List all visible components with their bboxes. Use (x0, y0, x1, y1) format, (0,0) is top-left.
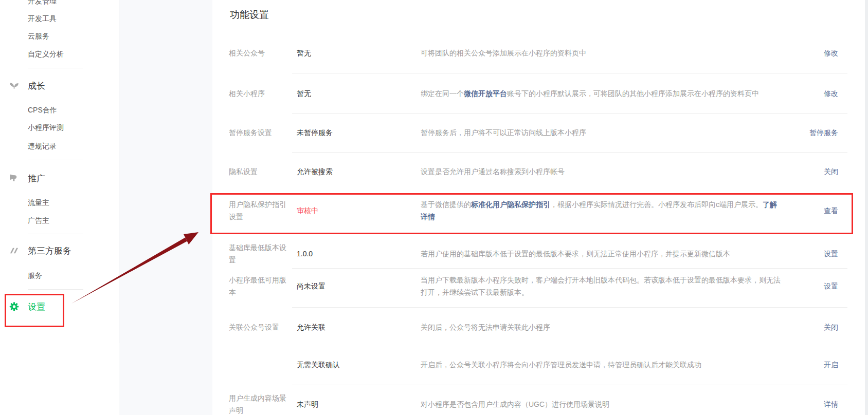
sidebar-item-traffic-owner[interactable]: 流量主 (28, 198, 49, 208)
row-action-link[interactable]: 修改 (824, 87, 838, 100)
row-description: 暂停服务后，用户将不可以正常访问线上版本小程序 (421, 126, 782, 139)
megaphone-icon (9, 173, 20, 184)
description-text: 对小程序是否包含用户生成内容（UGC）进行使用场景说明 (421, 400, 609, 408)
description-text: 绑定在同一个 (421, 89, 464, 98)
description-text: 暂停服务后，用户将不可以正常访问线上版本小程序 (421, 128, 586, 137)
description-text: 若用户使用的基础库版本低于设置的最低版本要求，则无法正常使用小程序，并提示更新微… (421, 250, 730, 258)
row-label: 基础库最低版本设置 (229, 241, 292, 266)
row-action-link[interactable]: 暂停服务 (809, 126, 838, 139)
page-title: 功能设置 (230, 8, 269, 22)
row-label: 相关公众号 (229, 47, 292, 59)
row-description: 设置是否允许用户通过名称搜索到小程序帐号 (421, 165, 782, 178)
row-divider (292, 152, 847, 153)
row-value: 未声明 (297, 398, 416, 410)
content-gap (119, 0, 212, 415)
description-text: 可将团队的相关公众号添加展示在小程序的资料页中 (421, 49, 586, 57)
sidebar-item-custom-analysis[interactable]: 自定义分析 (28, 50, 64, 59)
row-divider (292, 307, 847, 308)
sidebar-item-miniprogram-evaluation[interactable]: 小程序评测 (28, 123, 64, 133)
sidebar-item-violation-records[interactable]: 违规记录 (28, 142, 57, 151)
row-value: 尚未设置 (297, 280, 416, 292)
sidebar-item-cps[interactable]: CPS合作 (28, 106, 57, 115)
row-value: 审核中 (297, 204, 416, 217)
inline-link[interactable]: 标准化用户隐私保护指引 (471, 200, 550, 209)
row-label: 相关小程序 (229, 87, 292, 100)
description-text: 基于微信提供的 (421, 200, 471, 209)
row-divider (292, 268, 847, 269)
sidebar-divider (28, 68, 83, 68)
row-label: 用户隐私保护指引设置 (229, 198, 292, 223)
sidebar-section-label: 第三方服务 (28, 245, 71, 257)
sidebar-divider (28, 234, 83, 234)
scrollbar-track[interactable] (865, 0, 868, 415)
wechat-miniprogram-console: { "colors": { "accent_green": "#07c160",… (0, 0, 868, 415)
row-label: 用户生成内容场景声明 (229, 392, 292, 415)
third-party-icon (9, 246, 20, 256)
row-label: 小程序最低可用版本 (229, 274, 292, 298)
row-description: 可将团队的相关公众号添加展示在小程序的资料页中 (421, 47, 782, 59)
row-description: 若用户使用的基础库版本低于设置的最低版本要求，则无法正常使用小程序，并提示更新微… (421, 248, 782, 260)
inline-link[interactable]: 微信开放平台 (464, 89, 507, 98)
main-content: 功能设置 相关公众号 暂无 可将团队的相关公众号添加展示在小程序的资料页中 修改… (212, 0, 865, 415)
row-action-link[interactable]: 查看 (824, 204, 838, 217)
row-value: 允许被搜索 (297, 165, 416, 178)
row-description: 绑定在同一个微信开放平台账号下的小程序默认展示，可将团队的其他小程序添加展示在小… (421, 87, 782, 100)
description-text: 账号下的小程序默认展示，可将团队的其他小程序添加展示在小程序的资料页中 (507, 89, 759, 98)
sidebar-item-dev-management[interactable]: 开发管理 (28, 0, 57, 6)
row-description: 开启后，公众号关联小程序将会向小程序管理员发送申请，待管理员确认后才能关联成功 (421, 359, 782, 371)
row-value: 1.0.0 (297, 248, 416, 260)
sidebar-item-cloud-services[interactable]: 云服务 (28, 32, 49, 41)
sidebar-section-label: 成长 (28, 80, 45, 92)
sidebar-item-dev-tools[interactable]: 开发工具 (28, 14, 57, 24)
gear-icon (9, 301, 20, 312)
sidebar-section-growth[interactable]: 成长 (9, 80, 45, 92)
row-divider (292, 385, 847, 385)
sidebar-section-label: 推广 (28, 173, 45, 184)
row-action-link[interactable]: 设置 (824, 248, 838, 260)
row-value: 允许关联 (297, 321, 416, 333)
sidebar-section-promotion[interactable]: 推广 (9, 173, 45, 184)
row-action-link[interactable]: 开启 (824, 359, 838, 371)
row-label: 隐私设置 (229, 165, 292, 178)
description-text: ，根据小程序实际情况进行完善。小程序发布后即向c端用户展示。 (550, 200, 763, 209)
row-value: 无需关联确认 (297, 359, 416, 371)
description-text: 当用户下载最新版本小程序失败时，客户端会打开本地旧版本代码包。若该版本低于设置的… (421, 276, 781, 296)
row-action-link[interactable]: 设置 (824, 280, 838, 292)
row-description: 当用户下载最新版本小程序失败时，客户端会打开本地旧版本代码包。若该版本低于设置的… (421, 274, 782, 298)
row-action-link[interactable]: 修改 (824, 47, 838, 59)
row-description: 基于微信提供的标准化用户隐私保护指引，根据小程序实际情况进行完善。小程序发布后即… (421, 198, 782, 223)
sidebar-divider (28, 160, 83, 160)
sidebar-section-label: 设置 (28, 301, 45, 313)
row-label: 暂停服务设置 (229, 126, 292, 139)
description-text: 开启后，公众号关联小程序将会向小程序管理员发送申请，待管理员确认后才能关联成功 (421, 361, 701, 369)
sidebar-item-advertiser[interactable]: 广告主 (28, 216, 49, 225)
row-divider (292, 113, 847, 114)
row-description: 对小程序是否包含用户生成内容（UGC）进行使用场景说明 (421, 398, 782, 410)
row-action-link[interactable]: 关闭 (824, 321, 838, 333)
sidebar-section-third-party[interactable]: 第三方服务 (9, 245, 71, 257)
sidebar-item-services[interactable]: 服务 (28, 271, 42, 280)
sidebar: 开发管理开发工具云服务自定义分析成长CPS合作小程序评测违规记录推广流量主广告主… (0, 0, 119, 415)
row-action-link[interactable]: 关闭 (824, 165, 838, 178)
sprout-icon (9, 81, 20, 91)
sidebar-section-settings[interactable]: 设置 (9, 301, 45, 313)
row-divider (292, 73, 847, 73)
sidebar-divider (28, 289, 83, 290)
row-value: 暂无 (297, 87, 416, 100)
row-label: 关联公众号设置 (229, 321, 292, 333)
row-value: 未暂停服务 (297, 126, 416, 139)
row-action-link[interactable]: 详情 (824, 398, 838, 410)
description-text: 设置是否允许用户通过名称搜索到小程序帐号 (421, 167, 565, 176)
row-value: 暂无 (297, 47, 416, 59)
description-text: 关闭后，公众号将无法申请关联此小程序 (421, 323, 550, 331)
row-description: 关闭后，公众号将无法申请关联此小程序 (421, 321, 782, 333)
